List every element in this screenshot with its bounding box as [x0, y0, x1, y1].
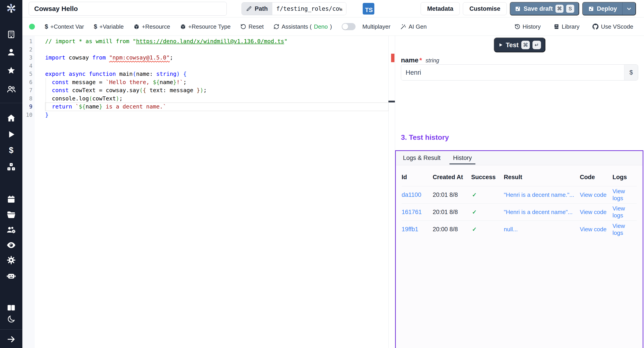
view-code-link[interactable]: View code: [580, 226, 612, 233]
job-id-link[interactable]: da1100: [402, 192, 433, 198]
result-link[interactable]: "Henri is a decent name"...: [504, 209, 580, 216]
sidebar-item-resources[interactable]: [0, 162, 22, 172]
gear-icon: [6, 255, 16, 265]
reset-button[interactable]: Reset: [240, 23, 264, 30]
users-gear-icon: [6, 224, 16, 235]
path-input[interactable]: [272, 2, 346, 15]
sidebar-item-groups[interactable]: [0, 84, 22, 94]
sidebar-item-favorites[interactable]: [0, 65, 22, 76]
col-success: Success: [471, 174, 504, 181]
tab-history[interactable]: History: [453, 154, 472, 162]
line-number-2: 2: [22, 46, 32, 54]
history-rows: da110020:01 8/8✓"Henri is a decent name.…: [402, 186, 637, 238]
line-number-3: 3: [22, 54, 32, 62]
toolbar-right: History Library Use VScode: [514, 23, 644, 30]
tab-logs-result[interactable]: Logs & Result: [403, 154, 440, 162]
code-line-9[interactable]: return `${name} is a decent name.`: [45, 103, 388, 111]
add-resource-button[interactable]: +Resource: [134, 23, 170, 30]
customise-button[interactable]: Customise: [463, 2, 507, 15]
code-line-4[interactable]: [45, 62, 388, 70]
use-vscode-button[interactable]: Use VScode: [592, 23, 633, 30]
code-lines[interactable]: // import * as wmill from "https://deno.…: [45, 37, 388, 119]
sidebar-item-home[interactable]: [0, 113, 22, 124]
sidebar-item-folders[interactable]: [0, 209, 22, 220]
script-title-input[interactable]: [28, 2, 227, 16]
col-result: Result: [504, 174, 580, 181]
deploy-main[interactable]: Deploy: [583, 2, 622, 15]
line-number-4: 4: [22, 62, 32, 70]
add-context-var-label: +Context Var: [50, 23, 84, 30]
save-draft-button[interactable]: Save draft ⌘ S: [510, 2, 579, 16]
kbd-s: S: [566, 5, 574, 13]
code-line-6[interactable]: const message = `Hello there, ${name}!`;: [45, 78, 388, 86]
windmill-logo[interactable]: [0, 3, 22, 14]
sidebar-item-dark-mode[interactable]: [0, 314, 22, 324]
name-argument-input[interactable]: [401, 65, 624, 80]
variable-picker-button[interactable]: $: [624, 65, 638, 80]
argument-name: name: [401, 56, 418, 64]
library-button[interactable]: Library: [554, 23, 580, 30]
code-line-8[interactable]: console.log(cowText);: [45, 94, 388, 103]
view-code-link[interactable]: View code: [580, 209, 612, 216]
metadata-button[interactable]: Metadata: [420, 2, 460, 15]
check-icon: ✓: [471, 209, 477, 215]
deploy-button[interactable]: Deploy: [582, 2, 636, 16]
multiplayer-toggle[interactable]: [342, 23, 356, 30]
col-code: Code: [580, 174, 612, 181]
view-logs-link[interactable]: View logs: [612, 188, 637, 202]
history-tabstrip: Logs & Result History: [396, 151, 643, 165]
sidebar-item-runs[interactable]: [0, 129, 22, 140]
moon-icon: [7, 315, 16, 324]
job-id-link[interactable]: 161761: [402, 209, 433, 216]
deploy-dropdown-button[interactable]: [622, 2, 636, 15]
sidebar-item-schedules[interactable]: [0, 194, 22, 205]
code-line-3[interactable]: import cowsay from "npm:cowsay@1.5.0";: [45, 54, 388, 62]
eye-icon: [6, 240, 16, 250]
path-button[interactable]: Path: [242, 2, 272, 15]
sidebar-item-ai[interactable]: [0, 270, 22, 281]
kbd-enter: ↵: [532, 41, 541, 49]
sidebar-collapse-button[interactable]: [0, 334, 22, 345]
view-logs-link[interactable]: View logs: [612, 222, 637, 236]
status-dot: [29, 24, 35, 30]
add-context-var-button[interactable]: $ +Context Var: [45, 23, 84, 30]
code-line-7[interactable]: const cowText = cowsay.say({ text: messa…: [45, 86, 388, 94]
assistants-button[interactable]: Assistants (Deno): [274, 23, 332, 30]
result-link[interactable]: "Henri is a decent name."...: [504, 192, 580, 198]
view-code-link[interactable]: View code: [580, 192, 612, 198]
save-draft-label: Save draft: [524, 5, 553, 12]
history-button[interactable]: History: [514, 23, 541, 30]
play-icon: [7, 130, 16, 139]
add-resource-type-button[interactable]: +Resource Type: [180, 23, 231, 30]
sidebar-item-user[interactable]: [0, 47, 22, 58]
code-line-5[interactable]: export async function main(name: string)…: [45, 70, 388, 78]
refresh-icon: [274, 24, 279, 30]
code-line-1[interactable]: // import * as wmill from "https://deno.…: [45, 37, 388, 46]
history-row-19ffb1: 19ffb120:00 8/8✓null...View codeView log…: [402, 221, 637, 238]
multiplayer-label-item: Multiplayer: [362, 23, 390, 30]
windmill-logo-icon: [6, 3, 16, 14]
add-variable-button[interactable]: $ +Variable: [94, 23, 124, 30]
sidebar-item-docs[interactable]: [0, 302, 22, 313]
result-link[interactable]: null...: [504, 226, 580, 233]
indent-guide: [46, 78, 46, 111]
kbd-cmd: ⌘: [556, 5, 564, 13]
ai-gen-button[interactable]: AI Gen: [400, 23, 427, 30]
code-line-2[interactable]: [45, 46, 388, 54]
view-logs-link[interactable]: View logs: [612, 205, 637, 219]
created-at: 20:01 8/8: [433, 209, 471, 216]
job-id-link[interactable]: 19ffb1: [402, 226, 433, 233]
sidebar-item-workers[interactable]: [0, 224, 22, 235]
calendar-icon: [6, 194, 16, 204]
code-editor[interactable]: 12345678910 // import * as wmill from "h…: [22, 36, 395, 348]
play-icon: [498, 42, 503, 48]
success-cell: ✓: [471, 226, 504, 233]
error-marker: [391, 54, 394, 62]
sidebar-item-audit-logs[interactable]: [0, 240, 22, 250]
sidebar-item-variables[interactable]: $: [0, 145, 22, 156]
code-line-10[interactable]: }: [45, 111, 388, 119]
reset-label: Reset: [248, 23, 264, 30]
sidebar-item-settings[interactable]: [0, 255, 22, 266]
sidebar-item-workspace[interactable]: [0, 29, 22, 40]
test-button[interactable]: Test ⌘ ↵: [494, 38, 546, 52]
